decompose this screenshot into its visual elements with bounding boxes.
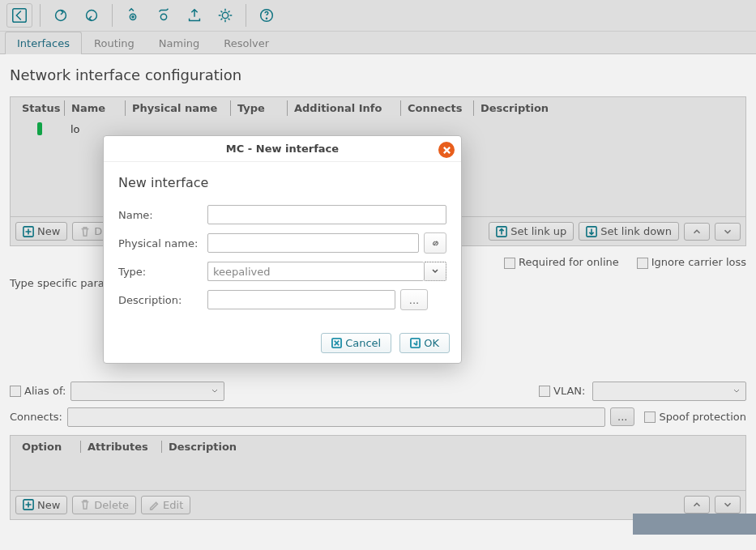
cancel-button[interactable]: Cancel bbox=[321, 333, 391, 353]
ok-label: OK bbox=[424, 337, 439, 349]
close-icon[interactable] bbox=[438, 142, 455, 158]
type-label: Type: bbox=[118, 266, 207, 278]
description-browse-button[interactable]: ... bbox=[400, 289, 428, 310]
type-combo-value[interactable]: keepalived bbox=[207, 262, 424, 281]
svg-rect-14 bbox=[411, 339, 420, 347]
physical-name-label: Physical name: bbox=[118, 237, 207, 249]
name-label: Name: bbox=[118, 209, 207, 221]
new-interface-dialog: MC - New interface New interface Name: P… bbox=[103, 135, 462, 364]
name-input[interactable] bbox=[207, 205, 446, 224]
description-label: Description: bbox=[118, 294, 207, 306]
cancel-label: Cancel bbox=[345, 337, 381, 349]
link-icon[interactable] bbox=[424, 232, 446, 254]
physical-name-input[interactable] bbox=[207, 233, 419, 253]
modal-title: MC - New interface bbox=[226, 143, 339, 155]
chevron-down-icon[interactable] bbox=[424, 262, 446, 281]
modal-heading: New interface bbox=[118, 175, 446, 190]
ok-button[interactable]: OK bbox=[399, 333, 450, 353]
description-input[interactable] bbox=[207, 290, 395, 309]
